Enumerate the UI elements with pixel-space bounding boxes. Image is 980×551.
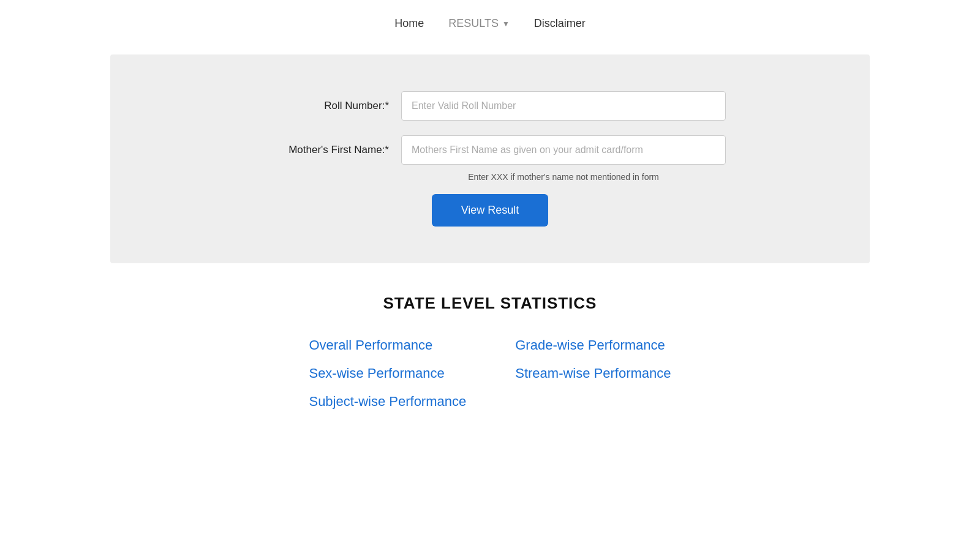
nav-results-label: RESULTS	[448, 17, 499, 30]
stats-right-column: Grade-wise Performance Stream-wise Perfo…	[515, 337, 671, 410]
chevron-down-icon: ▼	[502, 20, 510, 28]
nav-disclaimer[interactable]: Disclaimer	[534, 17, 586, 30]
statistics-links-container: Overall Performance Sex-wise Performance…	[0, 337, 980, 410]
mothers-name-input[interactable]	[401, 135, 726, 165]
mothers-name-hint: Enter XXX if mother's name not mentioned…	[282, 172, 845, 182]
nav-results[interactable]: RESULTS ▼	[448, 17, 510, 30]
view-result-button[interactable]: View Result	[432, 194, 549, 227]
stats-link-subject-wise-performance[interactable]: Subject-wise Performance	[309, 394, 466, 410]
roll-number-input[interactable]	[401, 91, 726, 121]
stats-link-sex-wise-performance[interactable]: Sex-wise Performance	[309, 365, 444, 381]
stats-left-column: Overall Performance Sex-wise Performance…	[309, 337, 466, 410]
roll-number-label: Roll Number:*	[254, 100, 389, 112]
nav-home[interactable]: Home	[394, 17, 424, 30]
stats-link-overall-performance[interactable]: Overall Performance	[309, 337, 432, 353]
roll-number-row: Roll Number:*	[135, 91, 845, 121]
main-nav: Home RESULTS ▼ Disclaimer	[0, 0, 980, 42]
mothers-name-label: Mother's First Name:*	[254, 144, 389, 156]
statistics-section: STATE LEVEL STATISTICS Overall Performan…	[0, 294, 980, 410]
statistics-title: STATE LEVEL STATISTICS	[0, 294, 980, 313]
result-form-container: Roll Number:* Mother's First Name:* Ente…	[110, 54, 870, 263]
stats-link-stream-wise-performance[interactable]: Stream-wise Performance	[515, 365, 671, 381]
mothers-name-row: Mother's First Name:*	[135, 135, 845, 165]
stats-link-grade-wise-performance[interactable]: Grade-wise Performance	[515, 337, 665, 353]
